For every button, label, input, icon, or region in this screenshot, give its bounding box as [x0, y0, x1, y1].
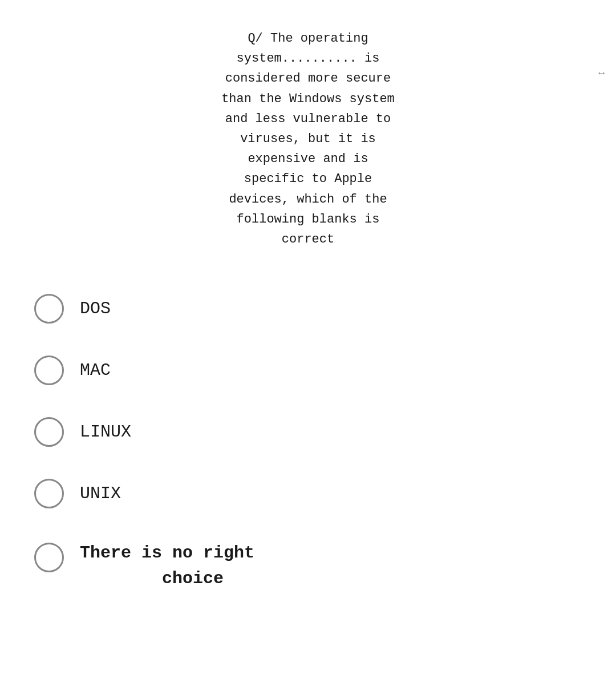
option-unix-label: UNIX [80, 484, 121, 503]
radio-no-right[interactable] [34, 543, 64, 572]
radio-dos[interactable] [34, 294, 64, 324]
option-mac[interactable]: MAC [34, 340, 616, 401]
option-linux[interactable]: LINUX [34, 401, 616, 463]
option-linux-label: LINUX [80, 422, 131, 442]
radio-mac[interactable] [34, 355, 64, 385]
scroll-indicator: ↔ [598, 67, 605, 79]
radio-unix[interactable] [34, 479, 64, 508]
radio-linux[interactable] [34, 417, 64, 447]
question-text: Q/ The operating system.......... is con… [200, 29, 416, 249]
options-container: DOS MAC LINUX UNIX There is no right cho… [0, 278, 616, 608]
page-container: ↔ Q/ The operating system.......... is c… [0, 0, 616, 695]
option-dos[interactable]: DOS [34, 278, 616, 340]
option-dos-label: DOS [80, 299, 111, 318]
option-no-right-label: There is no right choice [80, 540, 254, 592]
option-unix[interactable]: UNIX [34, 463, 616, 524]
option-no-right[interactable]: There is no right choice [34, 524, 616, 608]
option-mac-label: MAC [80, 361, 111, 380]
